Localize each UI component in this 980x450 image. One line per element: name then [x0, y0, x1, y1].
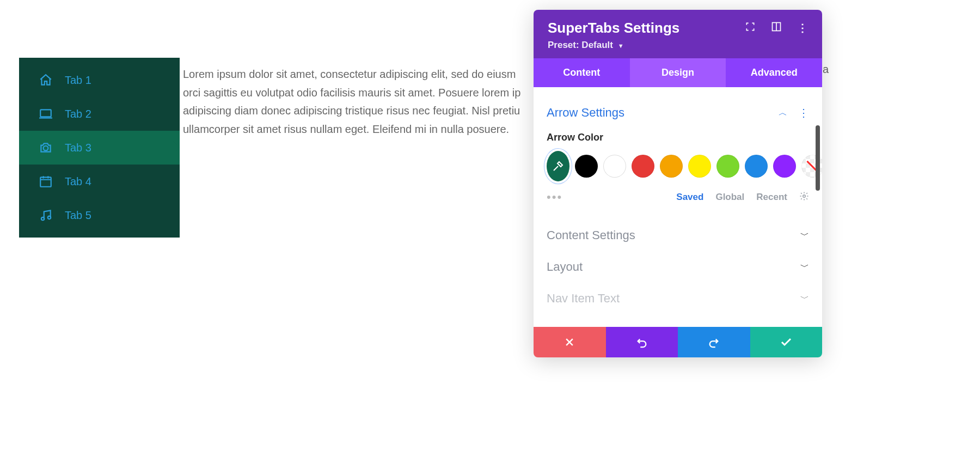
panel-footer: [534, 327, 822, 357]
redo-button[interactable]: [678, 327, 750, 357]
tab-item-4[interactable]: Tab 4: [19, 165, 180, 198]
layout-icon[interactable]: [771, 21, 782, 35]
save-button[interactable]: [750, 327, 823, 357]
section-options-icon[interactable]: ⋮: [798, 106, 809, 119]
svg-point-1: [44, 146, 48, 151]
color-swatch-transparent[interactable]: [801, 155, 822, 178]
color-swatches: [547, 151, 809, 181]
tab-item-3[interactable]: Tab 3: [19, 131, 180, 165]
panel-tabs: Content Design Advanced: [534, 58, 822, 87]
color-swatch-yellow[interactable]: [688, 155, 711, 178]
section-title: Content Settings: [547, 228, 635, 242]
field-label-arrow-color: Arrow Color: [547, 132, 809, 143]
tab-label: Tab 5: [65, 209, 91, 222]
eyedropper-swatch[interactable]: [547, 151, 569, 181]
svg-rect-2: [40, 177, 51, 186]
music-icon: [39, 208, 53, 222]
focus-icon[interactable]: [745, 21, 756, 35]
tab-item-1[interactable]: Tab 1: [19, 63, 180, 97]
palette-link-global[interactable]: Global: [715, 192, 744, 203]
svg-point-6: [803, 195, 806, 198]
panel-header: SuperTabs Settings ⋮ Preset: Default ▼: [534, 10, 822, 58]
undo-button[interactable]: [606, 327, 678, 357]
tabs-nav: Tab 1 Tab 2 Tab 3 Tab 4 Tab 5: [19, 58, 180, 238]
calendar-icon: [39, 174, 53, 188]
section-content-settings[interactable]: Content Settings ﹀: [547, 220, 809, 251]
supertabs-module: Tab 1 Tab 2 Tab 3 Tab 4 Tab 5: [19, 58, 523, 238]
tab-design[interactable]: Design: [630, 58, 726, 87]
chevron-up-icon: ︿: [779, 107, 787, 119]
cancel-button[interactable]: [534, 327, 606, 357]
chevron-down-icon: ﹀: [800, 293, 809, 305]
home-icon: [39, 73, 53, 87]
color-swatch-red[interactable]: [632, 155, 654, 178]
tab-label: Tab 3: [65, 142, 91, 154]
camera-icon: [39, 141, 53, 155]
gear-icon[interactable]: [799, 191, 809, 203]
more-icon[interactable]: ⋮: [797, 21, 808, 35]
svg-rect-0: [40, 110, 51, 117]
color-swatch-purple[interactable]: [773, 155, 796, 178]
svg-point-3: [41, 217, 44, 220]
preset-label: Preset: Default: [548, 40, 613, 50]
laptop-icon: [39, 107, 53, 121]
color-swatch-blue[interactable]: [745, 155, 768, 178]
clipped-text-fragment: a: [823, 63, 829, 76]
color-swatch-orange[interactable]: [660, 155, 683, 178]
tab-content: Lorem ipsum dolor sit amet, consectetur …: [180, 58, 523, 238]
section-title: Nav Item Text: [547, 291, 620, 306]
color-swatch-black[interactable]: [575, 155, 598, 178]
tab-content-settings[interactable]: Content: [534, 58, 630, 87]
settings-panel: SuperTabs Settings ⋮ Preset: Default ▼ C…: [534, 10, 822, 357]
section-arrow-settings[interactable]: Arrow Settings ︿ ⋮: [547, 97, 809, 129]
more-swatches-icon[interactable]: •••: [547, 191, 562, 203]
caret-down-icon: ▼: [618, 42, 624, 49]
palette-link-saved[interactable]: Saved: [676, 192, 703, 203]
tab-advanced[interactable]: Advanced: [726, 58, 822, 87]
tab-item-5[interactable]: Tab 5: [19, 198, 180, 232]
color-swatch-green[interactable]: [716, 155, 739, 178]
palette-link-recent[interactable]: Recent: [756, 192, 787, 203]
section-title: Arrow Settings: [547, 106, 624, 120]
section-title: Layout: [547, 260, 583, 274]
tab-label: Tab 1: [65, 74, 91, 87]
tab-label: Tab 2: [65, 108, 91, 120]
panel-body[interactable]: Arrow Settings ︿ ⋮ Arrow Color ••• S: [534, 87, 822, 327]
svg-point-4: [48, 216, 51, 219]
tab-item-2[interactable]: Tab 2: [19, 97, 180, 131]
section-nav-item-text[interactable]: Nav Item Text ﹀: [547, 283, 809, 314]
chevron-down-icon: ﹀: [800, 262, 809, 273]
preset-selector[interactable]: Preset: Default ▼: [548, 40, 808, 51]
section-layout[interactable]: Layout ﹀: [547, 251, 809, 283]
panel-title: SuperTabs Settings: [548, 20, 679, 37]
chevron-down-icon: ﹀: [800, 230, 809, 241]
color-swatch-white[interactable]: [603, 155, 626, 178]
tab-label: Tab 4: [65, 175, 91, 188]
